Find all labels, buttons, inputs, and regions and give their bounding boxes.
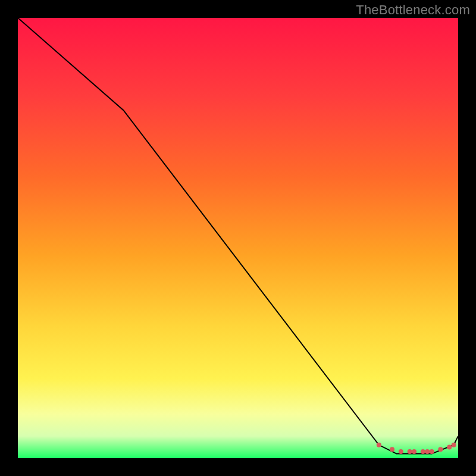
marker-dot (452, 443, 456, 447)
marker-dot (399, 449, 403, 454)
marker-dot (421, 449, 425, 454)
marker-dot (390, 447, 394, 452)
marker-dot (447, 445, 452, 450)
marker-dot (412, 449, 416, 454)
chart-background (18, 18, 458, 458)
chart-svg (18, 18, 458, 458)
canvas: TheBottleneck.com (0, 0, 476, 476)
marker-dot (438, 447, 443, 452)
marker-dot (425, 449, 430, 454)
marker-dot (377, 443, 381, 447)
marker-dot (408, 449, 412, 454)
plot-frame (18, 18, 458, 458)
marker-dot (430, 449, 434, 454)
watermark-text: TheBottleneck.com (356, 2, 470, 18)
